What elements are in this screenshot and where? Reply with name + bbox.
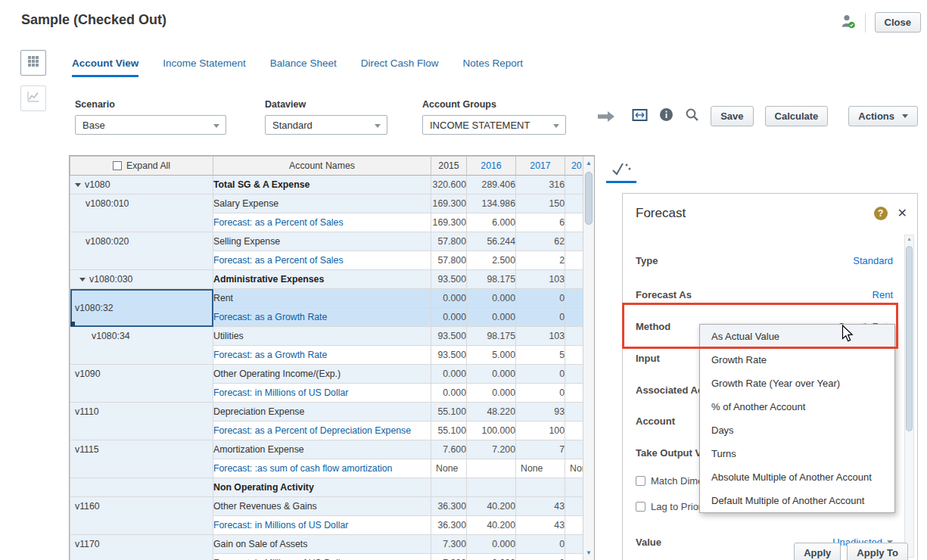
go-arrow-icon[interactable] <box>596 110 616 126</box>
value-cell[interactable]: 0.000 <box>467 365 516 384</box>
value-cell[interactable]: 103 <box>516 270 565 289</box>
value-cell[interactable]: 93.500 <box>431 270 467 289</box>
account-name-cell[interactable]: Total SG & A Expense <box>213 176 431 194</box>
value-cell[interactable]: 0 <box>516 384 565 403</box>
value-cell[interactable]: 2.500 <box>467 251 516 270</box>
grid-view-button[interactable] <box>20 50 46 76</box>
account-name-cell[interactable]: Non Operating Activity <box>213 478 431 497</box>
value-cell[interactable]: 56.244 <box>467 232 516 251</box>
scenario-select[interactable]: Base <box>75 115 226 135</box>
account-name-cell[interactable]: Utilities <box>213 327 431 346</box>
forecast-method-link[interactable]: Forecast: as a Percent of Sales <box>213 251 431 270</box>
value-cell[interactable]: 43 <box>516 497 565 516</box>
value-cell[interactable]: 40.200 <box>467 497 516 516</box>
account-name-cell[interactable]: Depreciation Expense <box>213 403 431 422</box>
value-cell[interactable] <box>516 478 565 497</box>
apply-button[interactable]: Apply <box>794 543 841 560</box>
panel-vertical-scrollbar[interactable]: ▲ <box>904 235 914 558</box>
account-id-cell[interactable]: v1170 <box>70 535 213 560</box>
scrollbar-thumb[interactable] <box>906 246 913 431</box>
scroll-down-icon[interactable]: ▼ <box>583 548 594 558</box>
collapse-triangle-icon[interactable] <box>79 278 86 282</box>
menu-item[interactable]: % of Another Account <box>700 395 894 418</box>
value-cell[interactable]: None <box>431 459 467 478</box>
tab-balance-sheet[interactable]: Balance Sheet <box>270 58 337 77</box>
value-cell[interactable]: 48.220 <box>467 403 516 422</box>
account-name-cell[interactable]: Other Revenues & Gains <box>213 497 431 516</box>
forecast-method-link[interactable]: Forecast: as a Percent of Sales <box>213 213 431 232</box>
value-cell[interactable]: 0 <box>516 289 565 308</box>
account-id-cell[interactable]: v1110 <box>70 403 213 440</box>
collapse-triangle-icon[interactable] <box>75 183 81 187</box>
value-cell[interactable]: 103 <box>516 327 565 346</box>
account-id-cell[interactable]: v1080:010 <box>70 194 213 232</box>
scrollbar-thumb[interactable] <box>585 172 593 225</box>
value-cell[interactable] <box>467 459 516 478</box>
panel-close-icon[interactable]: ✕ <box>897 207 907 219</box>
menu-item[interactable]: Growth Rate (Year over Year) <box>700 372 894 395</box>
value-cell[interactable]: 0 <box>516 554 565 560</box>
account-id-cell[interactable] <box>70 478 213 497</box>
value-cell[interactable]: 289.406 <box>467 176 516 194</box>
value-cell[interactable]: 62 <box>516 232 565 251</box>
account-id-cell[interactable]: v1115 <box>70 440 213 478</box>
value-cell[interactable]: 100 <box>516 422 565 440</box>
year-header-2016[interactable]: 2016 <box>467 157 516 176</box>
field-value-link[interactable]: Rent <box>873 289 893 300</box>
value-cell[interactable]: 100.000 <box>467 422 516 440</box>
value-cell[interactable]: 320.600 <box>431 176 467 194</box>
account-name-cell[interactable]: Gain on Sale of Assets <box>213 535 431 554</box>
value-cell[interactable]: 150 <box>516 194 565 213</box>
account-id-cell[interactable]: v1080:030 <box>70 270 213 289</box>
value-cell[interactable]: 57.800 <box>431 232 467 251</box>
account-id-cell[interactable]: v1080:020 <box>70 232 213 270</box>
field-value-link[interactable]: Standard <box>853 255 893 266</box>
value-cell[interactable]: 55.100 <box>431 403 467 422</box>
value-cell[interactable]: 36.300 <box>431 516 467 535</box>
forecast-method-link[interactable]: Forecast: as a Growth Rate <box>213 308 431 327</box>
value-cell[interactable]: 134.986 <box>467 194 516 213</box>
menu-item[interactable]: Default Multiple of Another Account <box>700 489 894 512</box>
expand-all-checkbox[interactable] <box>113 161 122 170</box>
value-cell[interactable]: 5.000 <box>467 346 516 365</box>
value-cell[interactable]: 7.300 <box>431 535 467 554</box>
dataview-select[interactable]: Standard <box>265 115 387 135</box>
forecast-methods-tab[interactable] <box>606 160 636 183</box>
value-cell[interactable]: 6.000 <box>467 213 516 232</box>
account-id-cell[interactable]: v1090 <box>70 365 213 403</box>
account-name-cell[interactable]: Selling Expense <box>213 232 431 251</box>
forecast-method-link[interactable]: Forecast: in Millions of US Dollar <box>213 384 431 403</box>
forecast-method-link[interactable]: Forecast: in Millions of US Dollar <box>213 554 431 560</box>
forecast-method-link[interactable]: Forecast: in Millions of US Dollar <box>213 516 431 535</box>
value-cell[interactable]: 93.500 <box>431 327 467 346</box>
value-cell[interactable]: 0.000 <box>431 308 467 327</box>
account-groups-select[interactable]: INCOME STATEMENT <box>422 115 566 135</box>
value-cell[interactable]: 6 <box>516 213 565 232</box>
value-cell[interactable]: 0.000 <box>431 289 467 308</box>
actions-button[interactable]: Actions <box>848 106 918 126</box>
account-id-cell[interactable]: v1080:34 <box>70 327 213 365</box>
value-cell[interactable]: 0.000 <box>431 384 467 403</box>
value-cell[interactable]: 7 <box>516 440 565 459</box>
account-name-cell[interactable]: Amortization Expense <box>213 440 431 459</box>
value-cell[interactable]: 0.000 <box>431 365 467 384</box>
info-icon[interactable] <box>659 107 673 125</box>
value-cell[interactable]: 40.200 <box>467 516 516 535</box>
value-cell[interactable]: 43 <box>516 516 565 535</box>
calculate-button[interactable]: Calculate <box>765 106 829 126</box>
value-cell[interactable]: 7.200 <box>467 440 516 459</box>
scroll-up-icon[interactable]: ▲ <box>583 158 594 169</box>
account-name-cell[interactable]: Salary Expense <box>213 194 431 213</box>
menu-item[interactable]: Days <box>700 418 894 442</box>
value-cell[interactable]: 55.100 <box>431 422 467 440</box>
value-cell[interactable]: 5 <box>516 346 565 365</box>
account-id-cell[interactable]: v1080 <box>70 176 213 194</box>
lag-to-prior-checkbox[interactable] <box>636 502 645 512</box>
year-header-2015[interactable]: 2015 <box>431 157 467 176</box>
apply-to-button[interactable]: Apply To <box>847 543 908 560</box>
account-name-cell[interactable]: Administrative Expenses <box>213 270 431 289</box>
match-dimensions-checkbox[interactable] <box>636 476 645 486</box>
value-cell[interactable]: 0.000 <box>467 535 516 554</box>
value-cell[interactable]: 0.000 <box>467 289 516 308</box>
value-cell[interactable]: 0 <box>516 365 565 384</box>
